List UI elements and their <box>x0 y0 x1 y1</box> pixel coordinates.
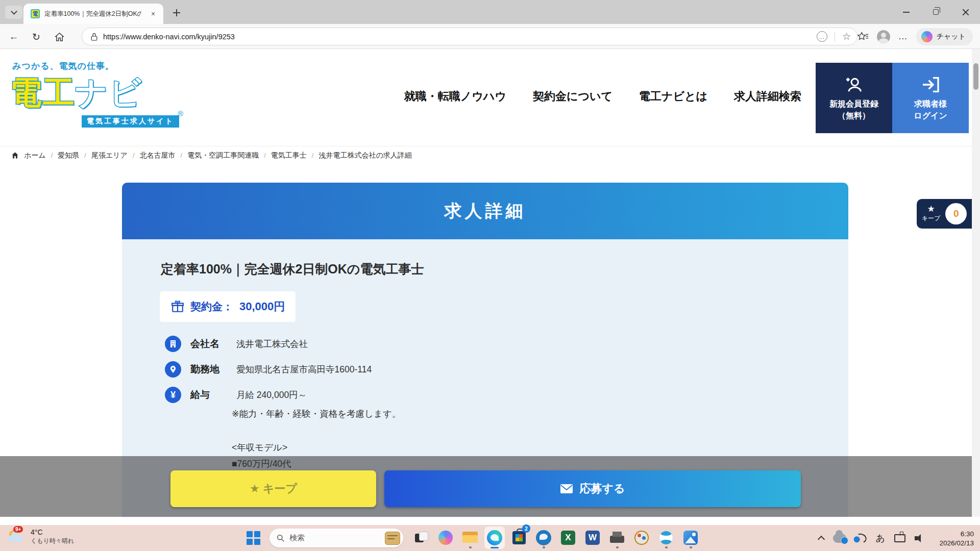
apply-button-label: 応募する <box>579 481 625 496</box>
breadcrumb-home[interactable]: ホーム <box>24 151 46 160</box>
active-indicator <box>491 547 499 548</box>
page-scrollbar[interactable] <box>972 49 980 517</box>
company-label: 会社名 <box>190 337 227 350</box>
notification-badge: 9+ <box>13 526 23 533</box>
tray-chevron-up-icon[interactable] <box>818 535 825 542</box>
breadcrumb-occupation[interactable]: 電気工事士 <box>271 151 307 160</box>
nav-item-about[interactable]: 電工ナビとは <box>639 89 707 104</box>
breadcrumb-city[interactable]: 北名古屋市 <box>140 151 176 160</box>
site-logo[interactable]: 電工ナビ <box>10 71 142 114</box>
copilot-icon <box>921 31 933 42</box>
running-indicator <box>665 546 668 548</box>
register-button[interactable]: 新規会員登録（無料） <box>816 63 892 133</box>
breadcrumb-separator: / <box>312 152 314 159</box>
breadcrumb-category[interactable]: 電気・空調工事関連職 <box>187 151 259 160</box>
search-highlight-icon[interactable] <box>385 532 400 545</box>
file-explorer-button[interactable] <box>460 527 480 549</box>
browser-tab[interactable]: 電 定着率100%｜完全週休2日制OKの × <box>23 4 163 24</box>
close-button[interactable] <box>950 0 980 24</box>
running-indicator <box>690 546 692 548</box>
taskbar-search[interactable]: 検索 <box>270 529 403 547</box>
windows-logo-icon <box>254 539 260 545</box>
photos-button[interactable] <box>680 527 701 549</box>
logo-text-navi: ナビ <box>76 75 142 110</box>
home-button[interactable] <box>53 30 66 43</box>
keep-widget[interactable]: ★ キープ 0 <box>917 199 972 229</box>
login-label-line1: 求職者様 <box>914 98 947 110</box>
windows-logo-icon <box>254 531 260 537</box>
printer-icon <box>610 532 624 544</box>
tab-close-icon[interactable]: × <box>148 9 158 19</box>
job-detail-banner: 求人詳細 <box>122 183 848 239</box>
logo-text-denko: 電工 <box>10 75 76 110</box>
url-text[interactable]: https://www.denko-navi.com/kyujin/9253 <box>103 33 817 41</box>
word-icon: W <box>585 531 600 545</box>
contract-money-box: 契約金： 30,000円 <box>160 291 296 322</box>
url-bar[interactable]: https://www.denko-navi.com/kyujin/9253 …… <box>82 28 857 45</box>
nav-item-job-search[interactable]: 求人詳細検索 <box>734 89 801 104</box>
toolbar-right: … チャット <box>857 28 973 45</box>
breadcrumb-separator: / <box>133 152 135 159</box>
logo-subtitle-banner: 電気工事士求人サイト <box>82 115 179 128</box>
volume-icon[interactable] <box>915 534 924 542</box>
plus-icon <box>173 9 180 16</box>
page-actions-icon[interactable]: … <box>817 31 827 42</box>
favorite-star-icon[interactable]: ☆ <box>842 31 851 42</box>
sphere-app-button[interactable] <box>656 527 676 549</box>
keep-count-badge: 0 <box>945 203 967 224</box>
restore-icon <box>933 9 939 15</box>
yen-icon: ¥ <box>165 387 181 403</box>
task-view-button[interactable] <box>411 527 431 549</box>
location-row: 勤務地 愛知県北名古屋市高田寺1600-114 <box>165 361 372 378</box>
gift-icon <box>171 300 184 313</box>
home-icon <box>11 152 19 159</box>
restore-button[interactable] <box>921 0 950 24</box>
login-button[interactable]: 求職者様ログイン <box>892 63 969 133</box>
taskbar-clock[interactable]: 6:30 2026/02/13 <box>939 530 974 547</box>
copilot-app-button[interactable] <box>435 527 456 549</box>
windows-taskbar: 9+ 4°C くもり時々晴れ 検索 2 X W <box>0 525 980 551</box>
copilot-icon <box>438 531 453 545</box>
breadcrumb-current: 浅井電工株式会社の求人詳細 <box>318 151 411 160</box>
nav-item-contract-money[interactable]: 契約金について <box>533 89 612 104</box>
back-button[interactable]: ← <box>7 30 20 43</box>
thunderbird-button[interactable] <box>533 527 554 549</box>
printer-app-button[interactable] <box>607 527 627 549</box>
scrollbar-thumb[interactable] <box>973 63 978 90</box>
edge-button[interactable] <box>484 527 505 549</box>
word-button[interactable]: W <box>582 527 603 549</box>
onedrive-icon[interactable] <box>833 534 846 543</box>
breadcrumb-area[interactable]: 尾張エリア <box>91 151 128 160</box>
excel-button[interactable]: X <box>558 527 578 549</box>
keep-widget-label: ★ キープ <box>922 205 941 223</box>
ime-indicator[interactable]: あ <box>876 532 885 544</box>
new-tab-button[interactable] <box>170 7 183 19</box>
edge-icon <box>487 530 502 545</box>
job-title: 定着率100%｜完全週休2日制OKの電気工事士 <box>161 261 424 278</box>
weather-widget[interactable]: 9+ 4°C くもり時々晴れ <box>7 527 74 546</box>
envelope-icon <box>560 484 573 494</box>
copilot-chat-button[interactable]: チャット <box>916 28 973 45</box>
settings-menu-icon[interactable]: … <box>898 31 908 42</box>
tab-search-button[interactable] <box>5 6 22 19</box>
network-icon[interactable] <box>894 534 905 542</box>
login-label-line2: ログイン <box>914 110 947 121</box>
apply-button[interactable]: 応募する <box>384 470 801 507</box>
job-detail-banner-title: 求人詳細 <box>445 199 526 223</box>
refresh-button[interactable]: ↻ <box>30 30 43 43</box>
site-favicon-icon: 電 <box>31 9 40 18</box>
keep-button[interactable]: ★ キープ <box>170 470 376 507</box>
sync-icon[interactable] <box>854 532 868 544</box>
nav-item-knowhow[interactable]: 就職・転職ノウハウ <box>404 89 506 104</box>
minimize-button[interactable] <box>891 0 921 24</box>
favorites-list-icon[interactable] <box>857 32 869 42</box>
start-button[interactable] <box>247 531 260 545</box>
folder-icon <box>462 532 478 544</box>
location-pin-icon <box>165 361 181 378</box>
company-value: 浅井電工株式会社 <box>236 338 308 350</box>
profile-avatar[interactable] <box>877 30 890 43</box>
store-button[interactable]: 2 <box>509 527 529 549</box>
breadcrumb-prefecture[interactable]: 愛知県 <box>58 151 79 160</box>
paint-button[interactable] <box>631 527 652 549</box>
urlbar-actions: … ☆ <box>817 31 851 42</box>
